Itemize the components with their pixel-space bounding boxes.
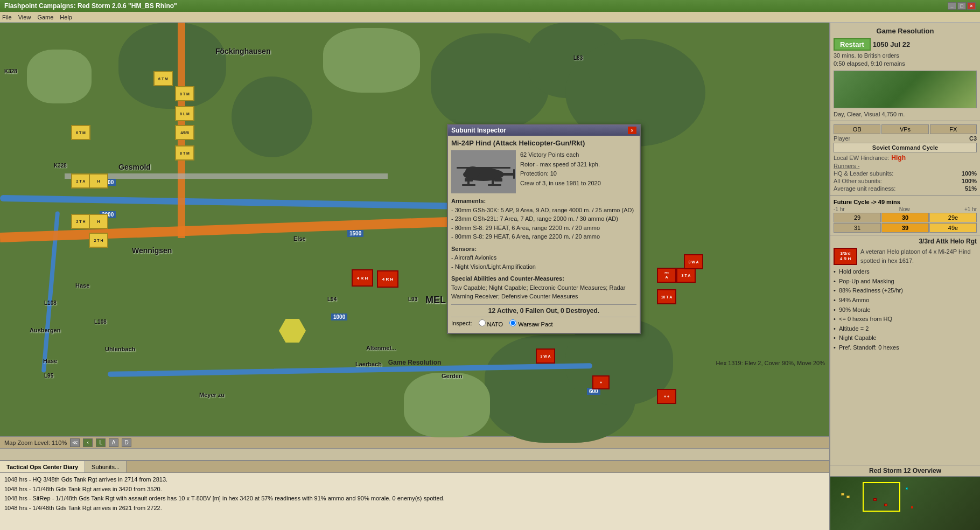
hq-leader-pct: 100% <box>962 170 977 177</box>
unit-counter-7[interactable]: 2 T A <box>71 173 90 189</box>
road-k328-2: K328 <box>54 163 67 169</box>
game-resolution-title: Game Resolution <box>834 25 977 37</box>
tab-fx[interactable]: FX <box>930 124 977 134</box>
road-l95: L95 <box>44 373 53 379</box>
bullet-hold: Hold orders <box>834 267 977 277</box>
bottom-area: Tactical Ops Center Diary Subunits... 10… <box>0 460 829 530</box>
inspector-body: Mi-24P Hind (Attack Helicopter-Gun/Rkt) <box>448 136 640 333</box>
maximize-button[interactable]: □ <box>957 2 966 10</box>
unit-counter-8[interactable]: H <box>89 173 108 189</box>
svg-rect-8 <box>488 184 501 186</box>
minimap-unit-3 <box>873 498 877 501</box>
tab-vps[interactable]: VPs <box>881 124 928 134</box>
unit-counter-4[interactable]: 4/6/8 <box>175 125 194 140</box>
unit-red-4[interactable]: 3 W A <box>684 254 703 269</box>
zoom-btn-prev[interactable]: ‹ <box>83 438 93 447</box>
minimap-unit-2 <box>846 496 850 498</box>
unit-helo-1[interactable]: 4 R H <box>352 269 373 287</box>
ew-value: High <box>891 154 906 162</box>
inspector-close-button[interactable]: × <box>628 127 636 134</box>
status-bar <box>0 448 829 460</box>
sensor-2: - Night Vision/Light Amplification <box>451 262 636 271</box>
unit-counter-9[interactable]: 2 T H <box>71 214 90 229</box>
place-hase2: Hase <box>43 358 57 364</box>
minimap-unit-4 <box>884 504 887 506</box>
special-section: Special Abilities and Counter-Measures: … <box>451 274 636 301</box>
minimize-button[interactable]: _ <box>948 2 956 10</box>
player-value: C3 <box>969 135 977 142</box>
unit-red-1[interactable]: *** A <box>657 268 676 283</box>
place-wennigsen: Wennigsen <box>132 246 172 255</box>
special-label: Special Abilities and Counter-Measures: <box>451 274 636 283</box>
menu-game[interactable]: Game <box>37 14 53 20</box>
menu-view[interactable]: View <box>18 14 31 20</box>
rp-tabs-section: OB VPs FX Player C3 Soviet Command Cycle… <box>830 121 980 196</box>
unit-counter-11[interactable]: 2 T H <box>89 233 108 248</box>
minimap-unit-6 <box>911 506 913 508</box>
place-laerbach: Laerbach <box>355 361 382 367</box>
zoom-btn-prev-prev[interactable]: ≪ <box>70 438 80 447</box>
zoom-btn-d[interactable]: D <box>122 438 131 447</box>
game-resolution-section: Game Resolution Restart 1050 Jul 22 30 m… <box>830 23 980 121</box>
bullet-standoff: Pref. Standoff: 0 hexes <box>834 343 977 353</box>
sensors-section: Sensors: - Aircraft Avionics - Night Vis… <box>451 245 636 271</box>
unit-attributes: Hold orders Pop-Up and Masking 88% Readi… <box>834 267 977 352</box>
unit-counter-1[interactable]: 6 T M <box>153 71 173 86</box>
close-button[interactable]: × <box>967 2 976 10</box>
menu-help[interactable]: Help <box>60 14 72 20</box>
bullet-readiness: 88% Readiness (+25/hr) <box>834 286 977 296</box>
minimap[interactable] <box>830 476 980 530</box>
unit-bottom-3[interactable]: + + <box>657 389 676 404</box>
arm-2: - 23mm GSh-23L: 7 Area, 7 AD, range 2000… <box>451 214 636 224</box>
zoom-btn-a[interactable]: A <box>109 438 118 447</box>
restart-button[interactable]: Restart <box>834 38 871 51</box>
place-gerden: Gerden <box>442 373 463 379</box>
avg-readiness-label: Average unit readiness: <box>834 185 895 192</box>
title-bar: Flashpoint Campaigns: Red Storm 2.0.6 "H… <box>0 0 980 12</box>
place-gesmold: Gesmold <box>118 163 151 171</box>
unit-counter-10[interactable]: H <box>89 214 108 229</box>
bullet-morale: 90% Morale <box>834 305 977 315</box>
command-cycle-btn[interactable]: Soviet Command Cycle <box>834 143 977 152</box>
tab-subunits[interactable]: Subunits... <box>85 461 127 472</box>
road-l93: L93 <box>408 296 417 302</box>
all-other-label: All Other subunits: <box>834 178 882 184</box>
tab-tactical-ops[interactable]: Tactical Ops Center Diary <box>0 461 85 472</box>
unit-bottom-1[interactable]: 3 W A <box>536 348 555 364</box>
cycle-r1c2: 30 <box>881 213 929 222</box>
unit-icon-display: 3/3rd 4 R H <box>834 248 857 265</box>
unit-helo-2[interactable]: 4 R H <box>377 270 398 288</box>
time-info: 30 mins. to British orders <box>834 52 977 60</box>
unit-rgt-title: 3/3rd Attk Helo Rgt <box>834 238 977 245</box>
unit-counter-5[interactable]: 8 T M <box>175 145 194 161</box>
unit-red-3[interactable]: 10 T A <box>657 289 676 304</box>
tab-ob[interactable]: OB <box>834 124 880 134</box>
unit-counter-3[interactable]: 8 L M <box>175 106 194 121</box>
crew: Crew of 3, in use 1981 to 2020 <box>520 179 636 189</box>
bullet-hq: <= 0 hexes from HQ <box>834 315 977 324</box>
zoom-btn-l[interactable]: L <box>96 438 106 447</box>
place-uhlenbach: Uhlenbach <box>105 346 135 352</box>
unit-counter-6[interactable]: 6 T M <box>71 125 90 140</box>
sensor-1: - Aircraft Avionics <box>451 253 636 262</box>
unit-red-2[interactable]: 3 T A <box>676 268 696 283</box>
unit-bottom-2[interactable]: + <box>592 375 610 389</box>
radio-nato-label[interactable]: NATO <box>479 319 503 327</box>
future-cycle-section: Future Cycle -> 49 mins -1 hr Now +1 hr … <box>830 196 980 235</box>
diary-text[interactable]: 1048 hrs - HQ 3/48th Gds Tank Rgt arrive… <box>0 473 829 530</box>
radio-nato[interactable] <box>479 319 486 326</box>
diary-entry-3: 1048 hrs - SitRep - 1/1/48th Gds Tank Rg… <box>4 494 825 504</box>
vp-info: 62 Victory Points each <box>520 150 636 160</box>
inspector-titlebar: Subunit Inspector × <box>448 125 640 136</box>
radio-warsaw[interactable] <box>509 319 516 326</box>
svg-rect-2 <box>513 169 515 179</box>
svg-rect-9 <box>465 178 473 182</box>
unit-counter-2[interactable]: 8 T M <box>175 86 194 101</box>
unit-description: A veteran Helo platoon of 4 x Mi-24P Hin… <box>860 247 977 265</box>
avg-readiness-pct: 51% <box>965 185 977 192</box>
menu-file[interactable]: File <box>2 14 12 20</box>
bullet-altitude: Altitude = 2 <box>834 324 977 334</box>
zoom-level-label: Map Zoom Level: 110% <box>4 440 67 446</box>
terrain-thumbnail <box>834 71 977 108</box>
radio-warsaw-label[interactable]: Warsaw Pact <box>509 319 552 327</box>
